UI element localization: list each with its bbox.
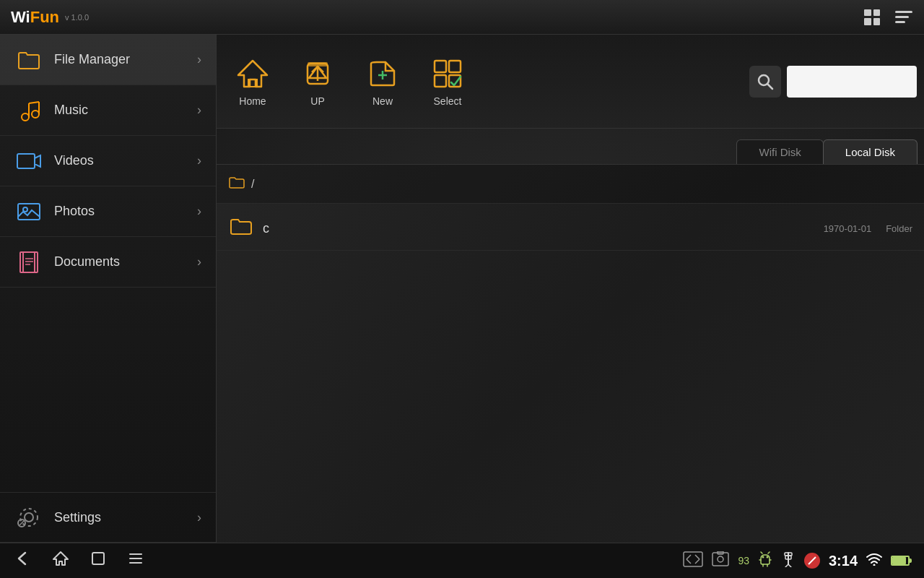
music-icon: [14, 96, 43, 125]
file-type: Folder: [886, 223, 912, 234]
sidebar-file-manager-label: File Manager: [54, 52, 197, 67]
sidebar-item-documents[interactable]: Documents ›: [0, 237, 216, 288]
file-name: c: [263, 221, 824, 236]
svg-rect-33: [92, 553, 104, 564]
home-button[interactable]: Home: [224, 46, 282, 118]
nosign-icon: [804, 553, 820, 569]
breadcrumb-path: /: [251, 178, 254, 191]
wifi-disk-tab[interactable]: Wifi Disk: [736, 139, 823, 164]
new-button[interactable]: New: [354, 46, 411, 118]
sidebar-documents-arrow: ›: [197, 254, 201, 269]
toolbar: Home UP: [217, 35, 924, 129]
logo-text: WiFun: [11, 8, 59, 27]
select-button[interactable]: Select: [419, 46, 476, 118]
sidebar-photos-label: Photos: [54, 204, 197, 219]
version-text: v 1.0.0: [65, 13, 89, 22]
svg-line-56: [788, 564, 791, 567]
sidebar-file-manager-arrow: ›: [197, 52, 201, 67]
statusbar: 93 3:14: [0, 543, 924, 578]
folder-icon: [14, 46, 43, 74]
svg-point-0: [22, 113, 29, 121]
sidebar-videos-arrow: ›: [197, 153, 201, 168]
sidebar-spacer: [0, 288, 216, 492]
table-row[interactable]: c 1970-01-01 Folder: [217, 207, 924, 251]
svg-line-51: [761, 552, 762, 553]
search-button[interactable]: [749, 66, 781, 98]
svg-point-15: [20, 509, 38, 526]
svg-line-40: [695, 555, 699, 559]
svg-rect-7: [18, 204, 40, 220]
svg-rect-27: [449, 61, 461, 72]
document-icon: [14, 248, 43, 277]
sidebar-item-videos[interactable]: Videos ›: [0, 136, 216, 186]
sidebar-item-photos[interactable]: Photos ›: [0, 186, 216, 237]
android-icon: [758, 551, 772, 571]
hamburger-icon: [895, 11, 912, 23]
wifi-icon: [866, 553, 882, 569]
photo-icon: [14, 197, 43, 226]
back-button[interactable]: [14, 550, 32, 571]
svg-marker-6: [35, 155, 40, 167]
sidebar-settings-label: Settings: [54, 510, 197, 525]
usb-icon: [781, 551, 796, 571]
toolbar-right: [749, 66, 917, 98]
svg-marker-32: [53, 552, 68, 565]
svg-line-41: [695, 559, 699, 564]
file-area: / c 1970-01-01 Folder: [217, 165, 924, 543]
battery-percent: 93: [738, 555, 749, 566]
file-date: 1970-01-01: [824, 223, 872, 234]
home-icon: [235, 56, 270, 91]
breadcrumb-folder-icon: [228, 173, 245, 194]
video-icon: [14, 147, 43, 176]
breadcrumb: /: [217, 165, 924, 204]
menu-button[interactable]: [127, 550, 144, 571]
menu-button[interactable]: [891, 4, 917, 30]
screenshot-icon: [712, 551, 729, 571]
sidebar-videos-label: Videos: [54, 153, 197, 168]
sidebar-item-music[interactable]: Music ›: [0, 85, 216, 136]
up-icon: [300, 56, 335, 91]
sidebar-music-arrow: ›: [197, 103, 201, 118]
svg-rect-26: [435, 61, 446, 72]
file-folder-icon: [228, 215, 254, 243]
statusbar-left: [14, 550, 144, 571]
new-label: New: [372, 95, 393, 107]
sidebar-photos-arrow: ›: [197, 204, 201, 219]
up-button[interactable]: UP: [289, 46, 346, 118]
search-input[interactable]: [787, 66, 917, 98]
grid-view-button[interactable]: [859, 4, 885, 30]
sidebar-music-label: Music: [54, 103, 197, 118]
main: File Manager › Music ›: [0, 35, 924, 543]
svg-marker-18: [238, 61, 267, 87]
sidebar-settings-arrow: ›: [197, 510, 201, 525]
svg-line-39: [687, 559, 691, 564]
svg-rect-28: [435, 75, 446, 87]
svg-line-38: [687, 555, 691, 559]
sidebar-item-settings[interactable]: Settings ›: [0, 492, 216, 543]
file-meta: 1970-01-01 Folder: [824, 223, 912, 234]
header-icons: [859, 4, 924, 30]
recents-button[interactable]: [90, 550, 107, 571]
svg-line-52: [768, 552, 770, 553]
statusbar-right: 93 3:14: [683, 551, 910, 571]
content-area: Home UP: [217, 35, 924, 543]
search-icon: [757, 73, 774, 90]
file-list: c 1970-01-01 Folder: [217, 204, 924, 254]
sidebar-item-file-manager[interactable]: File Manager ›: [0, 35, 216, 85]
svg-point-45: [762, 556, 764, 558]
battery-fill: [892, 557, 906, 564]
svg-point-8: [23, 207, 27, 212]
svg-rect-37: [684, 552, 702, 566]
expand-icon: [683, 551, 703, 571]
svg-point-46: [766, 556, 768, 558]
logo-area: WiFun v 1.0.0: [0, 8, 100, 27]
svg-line-31: [767, 84, 772, 89]
toolbar-left: Home UP: [224, 46, 476, 118]
settings-icon: [14, 503, 43, 532]
local-disk-tab[interactable]: Local Disk: [823, 139, 918, 164]
home-label: Home: [239, 95, 266, 107]
home-button[interactable]: [52, 550, 69, 571]
sidebar: File Manager › Music ›: [0, 35, 217, 543]
svg-point-43: [718, 556, 723, 562]
svg-rect-5: [17, 154, 35, 168]
